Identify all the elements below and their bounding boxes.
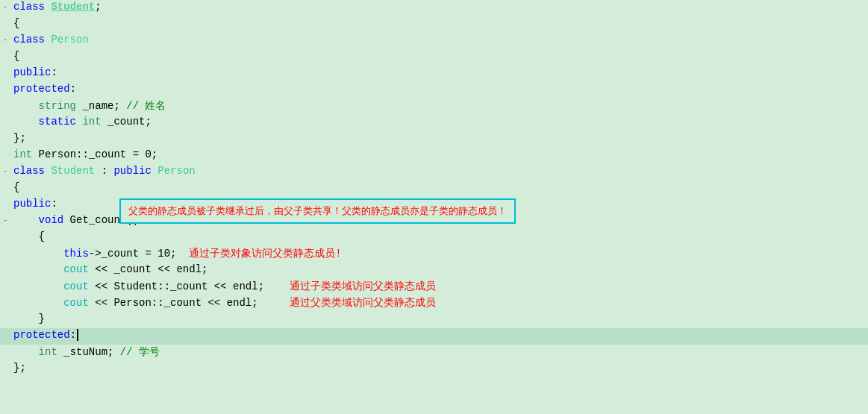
code-line-3: { [0,49,868,66]
code-line-this: this->_count = 10; 通过子类对象访问父类静态成员! [0,246,868,263]
code-line-init: int Person::_count = 0; [0,148,868,164]
fold-gutter-init [0,148,10,150]
code-content-init: int Person::_count = 0; [10,148,868,160]
code-content-person: class Person [10,34,868,46]
code-content-1: class Student; [10,1,868,13]
code-content-c2: }; [10,362,868,374]
code-line-1: - class Student; [0,0,868,16]
fold-gutter-prot1 [0,83,10,84]
fold-gutter-cout2 [0,280,10,281]
code-line-student: - class Student : public Person [0,164,868,181]
code-content-sn: int _stuNum; // 学号 [10,345,868,359]
code-line-close2: }; [0,361,868,377]
fold-gutter-pub2 [0,198,10,199]
code-line-cout1: cout << _count << endl; [0,263,868,279]
fold-gutter-3 [0,50,10,51]
code-content-5: { [10,230,868,242]
fold-gutter-cout3 [0,296,10,298]
code-content-cout1: cout << _count << endl; [10,263,868,275]
code-line-close1: }; [0,131,868,148]
code-line-person: - class Person [0,33,868,49]
code-content-name: string _name; // 姓名 [10,99,868,113]
code-content-prot2: protected: [10,329,868,341]
code-line-5: { [0,230,868,246]
code-editor: - class Student; { - class Person { publ… [0,0,868,414]
fold-gutter-c2 [0,362,10,363]
fold-gutter-person[interactable]: - [0,34,10,44]
code-content-4: { [10,181,868,193]
fold-gutter-name [0,99,10,101]
code-line-name: string _name; // 姓名 [0,98,868,115]
code-content-c1: }; [10,132,868,144]
code-line-public2: public: 父类的静态成员被子类继承过后，由父子类共享！父类的静态成员亦是子… [0,197,868,213]
code-line-cout2: cout << Student::_count << endl; 通过子类类域访… [0,279,868,295]
fold-gutter-pub [0,66,10,68]
fold-gutter-count [0,116,10,117]
code-content-prot1: protected: [10,83,868,95]
code-line-cout3: cout << Person::_count << endl; 通过父类类域访问… [0,295,868,312]
code-content-this: this->_count = 10; 通过子类对象访问父类静态成员! [10,247,868,260]
code-content-6: } [10,313,868,324]
code-content-2: { [10,17,868,29]
fold-gutter-2 [0,17,10,19]
code-line-public: public: [0,66,868,82]
code-line-stunum: int _stuNum; // 学号 [0,345,868,361]
fold-gutter-1[interactable]: - [0,1,10,11]
fold-gutter-sn [0,345,10,347]
code-content-cout2: cout << Student::_count << endl; 通过子类类域访… [10,280,868,293]
fold-gutter-4 [0,181,10,183]
code-line-6: } [0,312,868,328]
code-line-protected2: protected: [0,328,868,345]
fold-gutter-6 [0,313,10,314]
code-line-4: { [0,181,868,197]
fold-gutter-c1 [0,132,10,134]
code-content-3: { [10,50,868,62]
fold-gutter-5 [0,230,10,232]
fold-gutter-this [0,247,10,248]
fold-gutter-prot2 [0,329,10,330]
code-line-2: { [0,16,868,33]
fold-gutter-cout1 [0,263,10,265]
tooltip-text: 父类的静态成员被子类继承过后，由父子类共享！父类的静态成员亦是子类的静态成员！ [128,206,507,217]
fold-gutter-student[interactable]: - [0,165,10,175]
tooltip-static-member: 父类的静态成员被子类继承过后，由父子类共享！父类的静态成员亦是子类的静态成员！ [119,198,516,224]
code-content-count: static int _count; [10,116,868,128]
code-line-protected1: protected: [0,82,868,98]
code-content-student: class Student : public Person [10,165,868,177]
code-content-pub: public: [10,66,868,78]
code-content-cout3: cout << Person::_count << endl; 通过父类类域访问… [10,296,868,310]
code-line-count: static int _count; [0,115,868,131]
fold-gutter-gc[interactable]: - [0,214,10,225]
